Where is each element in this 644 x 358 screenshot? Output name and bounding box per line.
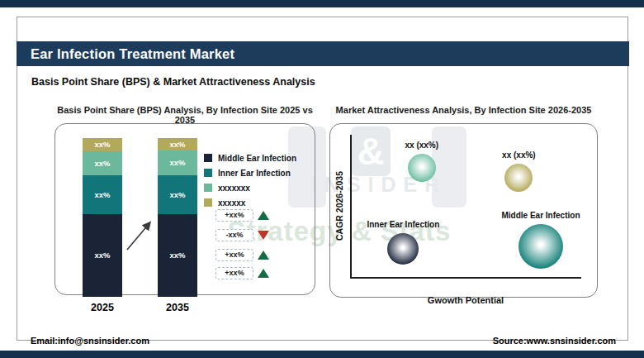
bar-segment: xx%	[83, 151, 122, 175]
bar-segment: xx%	[83, 175, 122, 214]
stacked-bar-2025: xx%xx%xx%xx%	[83, 138, 122, 297]
legend-label: Inner Ear Infection	[218, 169, 291, 178]
bar-segment: xx%	[83, 138, 122, 151]
bps-change-value: +xx%	[215, 249, 253, 261]
bubble	[519, 224, 563, 269]
footer: Email:info@snsinsider.com Source:www.sns…	[17, 336, 629, 352]
y-axis-line	[350, 135, 352, 277]
top-accent-strip	[0, 0, 644, 7]
legend-label: xxxxxx	[218, 198, 245, 208]
y-axis-label: CAGR 2026-2035	[334, 135, 348, 277]
bar-segment: xx%	[158, 214, 197, 297]
bubble-label: xx (xx%)	[457, 150, 580, 160]
legend-swatch-icon	[204, 154, 212, 162]
infographic-page: & INSIDER Strategy & Stats Ear Infection…	[0, 0, 644, 358]
bps-change-value: +xx%	[215, 209, 253, 222]
legend-item: Middle Ear Infection	[204, 153, 296, 163]
x-axis-label: Gwowth Potential	[350, 295, 581, 305]
legend-swatch-icon	[204, 198, 212, 207]
bar-segment: xx%	[158, 138, 197, 150]
bar-segment: xx%	[158, 150, 197, 175]
growth-arrow-icon	[123, 217, 158, 255]
up-triangle-icon	[258, 211, 269, 220]
bubble-label: xx (xx%)	[360, 141, 484, 150]
bar-segment: xx%	[83, 214, 122, 297]
legend-swatch-icon	[204, 184, 212, 192]
bubble-label: Middle Ear Infection	[479, 211, 603, 220]
bubble	[408, 154, 436, 182]
down-triangle-icon	[258, 231, 269, 240]
bubble	[504, 164, 533, 192]
x-axis-line	[350, 277, 581, 279]
stacked-bar-2035: xx%xx%xx%xx%	[158, 138, 197, 297]
bps-chart-title: Basis Point Share (BPS) Analysis, By Inf…	[54, 105, 315, 125]
up-triangle-icon	[258, 251, 269, 260]
attractiveness-chart-title: Market Attractiveness Analysis, By Infec…	[329, 105, 598, 115]
bubble-label: Inner Ear Infection	[341, 220, 465, 229]
bar-segment: xx%	[158, 175, 197, 214]
footer-source: Source:www.snsinsider.com	[493, 336, 616, 346]
year-label-2025: 2025	[83, 302, 122, 313]
bps-change-value: +xx%	[215, 267, 253, 279]
legend-swatch-icon	[204, 169, 212, 177]
legend-item: xxxxxxx	[204, 183, 250, 193]
up-triangle-icon	[258, 269, 269, 278]
legend-item: xxxxxx	[204, 198, 245, 208]
page-subtitle: Basis Point Share (BPS) & Market Attract…	[31, 76, 315, 88]
footer-email: Email:info@snsinsider.com	[31, 336, 149, 346]
year-label-2035: 2035	[158, 302, 197, 313]
legend-label: xxxxxxx	[218, 184, 250, 193]
page-title: Ear Infection Treatment Market	[17, 41, 629, 66]
infographic-card: & INSIDER Strategy & Stats Ear Infection…	[17, 17, 628, 341]
legend-label: Middle Ear Infection	[218, 154, 296, 163]
bubble	[387, 233, 419, 265]
title-bar: Ear Infection Treatment Market	[17, 41, 629, 66]
legend-item: Inner Ear Infection	[204, 168, 291, 178]
bps-change-value: -xx%	[215, 229, 253, 241]
